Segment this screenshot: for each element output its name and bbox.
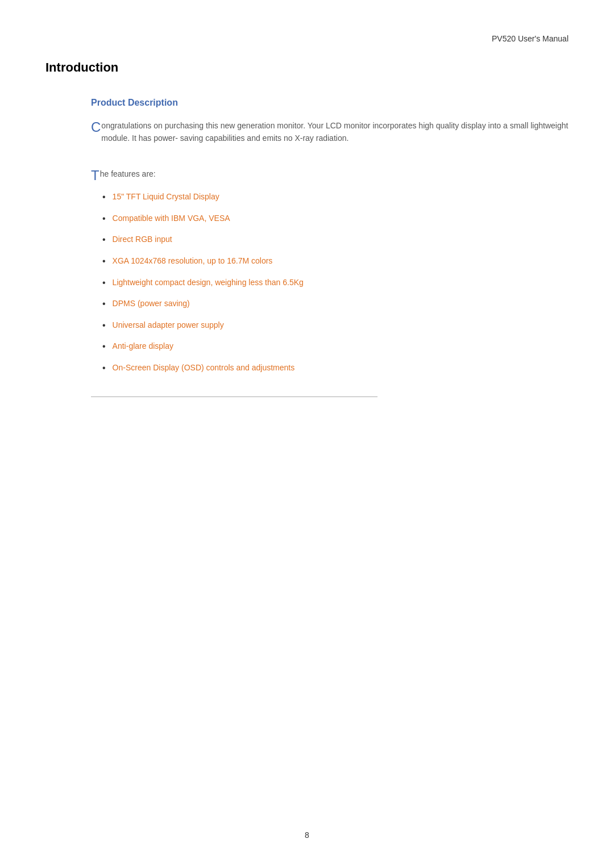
feature-text: Direct RGB input: [113, 234, 172, 245]
bullet-icon: •: [102, 213, 106, 224]
list-item: •Universal adapter power supply: [102, 320, 569, 331]
list-item: •On-Screen Display (OSD) controls and ad…: [102, 362, 569, 374]
list-item: •Direct RGB input: [102, 234, 569, 245]
bullet-icon: •: [102, 277, 106, 288]
feature-text: XGA 1024x768 resolution, up to 16.7M col…: [113, 256, 273, 267]
manual-label: User's Manual: [518, 34, 569, 43]
feature-text: 15" TFT Liquid Crystal Display: [113, 191, 219, 203]
feature-text: Anti-glare display: [113, 341, 173, 352]
bullet-icon: •: [102, 234, 106, 245]
bullet-icon: •: [102, 362, 106, 373]
page: PV520 User's Manual Introduction Product…: [0, 0, 614, 868]
list-item: •Lightweight compact design, weighing le…: [102, 277, 569, 289]
features-intro: The features are:: [91, 168, 569, 180]
intro-text-body: ongratulations on purchasing this new ge…: [101, 121, 568, 143]
section-title: Product Description: [91, 98, 569, 108]
intro-drop-cap: C: [91, 120, 101, 134]
features-drop-cap: T: [91, 169, 99, 182]
feature-text: DPMS (power saving): [113, 298, 190, 310]
page-title: Introduction: [45, 60, 569, 75]
features-intro-text: he features are:: [100, 169, 156, 178]
bullet-icon: •: [102, 298, 106, 309]
section-divider: [91, 397, 377, 397]
list-item: •XGA 1024x768 resolution, up to 16.7M co…: [102, 256, 569, 267]
list-item: •Anti-glare display: [102, 341, 569, 352]
list-item: •Compatible with IBM VGA, VESA: [102, 213, 569, 224]
feature-text: Universal adapter power supply: [113, 320, 224, 331]
features-list: •15" TFT Liquid Crystal Display•Compatib…: [102, 191, 569, 373]
bullet-icon: •: [102, 320, 106, 331]
intro-paragraph: Congratulations on purchasing this new g…: [91, 119, 569, 145]
page-number: 8: [0, 831, 614, 840]
list-item: •15" TFT Liquid Crystal Display: [102, 191, 569, 203]
content-area: Product Description Congratulations on p…: [91, 98, 569, 397]
list-item: •DPMS (power saving): [102, 298, 569, 310]
bullet-icon: •: [102, 256, 106, 266]
feature-text: Lightweight compact design, weighing les…: [113, 277, 304, 289]
model-label: PV520: [492, 34, 518, 43]
page-header: PV520 User's Manual: [45, 34, 569, 43]
feature-text: On-Screen Display (OSD) controls and adj…: [113, 362, 295, 374]
bullet-icon: •: [102, 341, 106, 352]
bullet-icon: •: [102, 191, 106, 202]
feature-text: Compatible with IBM VGA, VESA: [113, 213, 230, 224]
